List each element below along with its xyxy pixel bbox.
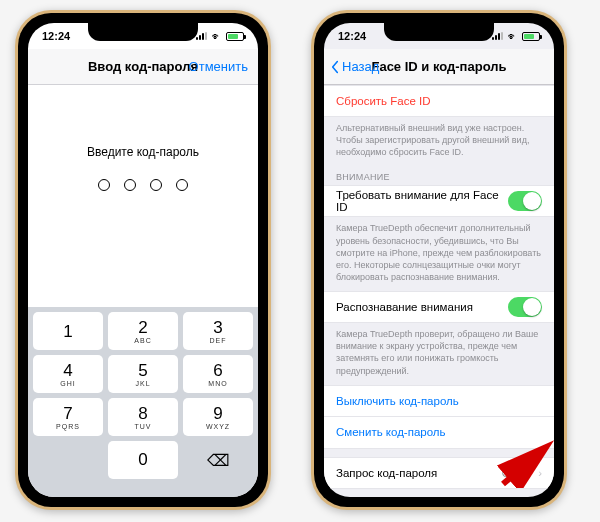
nav-title: Ввод код-пароля bbox=[88, 59, 198, 74]
key-0[interactable]: 0 bbox=[108, 441, 178, 479]
attention-aware-toggle[interactable] bbox=[508, 297, 542, 317]
alt-look-footer: Альтернативный внешний вид уже настроен.… bbox=[324, 117, 554, 166]
key-9[interactable]: 9WXYZ bbox=[183, 398, 253, 436]
key-4[interactable]: 4GHI bbox=[33, 355, 103, 393]
require-attention-row[interactable]: Требовать внимание для Face ID bbox=[324, 185, 554, 217]
attention-aware-footer: Камера TrueDepth проверит, обращено ли В… bbox=[324, 323, 554, 385]
nav-bar: Ввод код-пароля Отменить bbox=[28, 49, 258, 85]
attention-aware-row[interactable]: Распознавание внимания bbox=[324, 291, 554, 323]
key-2[interactable]: 2ABC bbox=[108, 312, 178, 350]
phone-left: 12:24 ᯤ Ввод код-пароля Отменить Введите… bbox=[15, 10, 271, 510]
backspace-icon: ⌫ bbox=[207, 451, 230, 470]
passcode-dots bbox=[98, 179, 188, 191]
require-passcode-value: Сразу bbox=[502, 467, 532, 479]
chevron-left-icon bbox=[330, 60, 340, 74]
nav-bar: Назад Face ID и код-пароль bbox=[324, 49, 554, 85]
passcode-dot bbox=[124, 179, 136, 191]
passcode-dot bbox=[98, 179, 110, 191]
key-blank bbox=[33, 441, 103, 479]
passcode-dot bbox=[176, 179, 188, 191]
key-backspace[interactable]: ⌫ bbox=[183, 441, 253, 479]
battery-icon bbox=[226, 32, 244, 41]
turn-off-passcode-row[interactable]: Выключить код-пароль bbox=[324, 385, 554, 417]
notch bbox=[88, 23, 198, 41]
status-time: 12:24 bbox=[338, 30, 366, 42]
change-passcode-row[interactable]: Сменить код-пароль bbox=[324, 417, 554, 449]
key-3[interactable]: 3DEF bbox=[183, 312, 253, 350]
passcode-prompt: Введите код-пароль bbox=[87, 145, 199, 159]
key-7[interactable]: 7PQRS bbox=[33, 398, 103, 436]
chevron-right-icon: › bbox=[538, 467, 542, 479]
require-attention-toggle[interactable] bbox=[508, 191, 542, 211]
signal-icon bbox=[492, 32, 504, 40]
key-8[interactable]: 8TUV bbox=[108, 398, 178, 436]
key-1[interactable]: 1 bbox=[33, 312, 103, 350]
nav-title: Face ID и код-пароль bbox=[371, 59, 506, 74]
wifi-icon: ᯤ bbox=[508, 31, 518, 42]
key-5[interactable]: 5JKL bbox=[108, 355, 178, 393]
attention-header: ВНИМАНИЕ bbox=[324, 166, 554, 185]
phone-right: 12:24 ᯤ Назад Face ID и код-пароль Сброс… bbox=[311, 10, 567, 510]
battery-icon bbox=[522, 32, 540, 41]
reset-faceid-row[interactable]: Сбросить Face ID bbox=[324, 85, 554, 117]
cancel-button[interactable]: Отменить bbox=[189, 59, 248, 74]
signal-icon bbox=[196, 32, 208, 40]
status-time: 12:24 bbox=[42, 30, 70, 42]
back-button[interactable]: Назад bbox=[330, 59, 379, 74]
passcode-entry-area: Введите код-пароль bbox=[28, 85, 258, 307]
require-passcode-row[interactable]: Запрос код-пароля Сразу › bbox=[324, 457, 554, 489]
require-attention-footer: Камера TrueDepth обеспечит дополнительны… bbox=[324, 217, 554, 291]
key-6[interactable]: 6MNO bbox=[183, 355, 253, 393]
numeric-keypad: 1 2ABC 3DEF 4GHI 5JKL 6MNO 7PQRS 8TUV 9W… bbox=[28, 307, 258, 497]
wifi-icon: ᯤ bbox=[212, 31, 222, 42]
passcode-dot bbox=[150, 179, 162, 191]
notch bbox=[384, 23, 494, 41]
settings-list[interactable]: Сбросить Face ID Альтернативный внешний … bbox=[324, 85, 554, 497]
